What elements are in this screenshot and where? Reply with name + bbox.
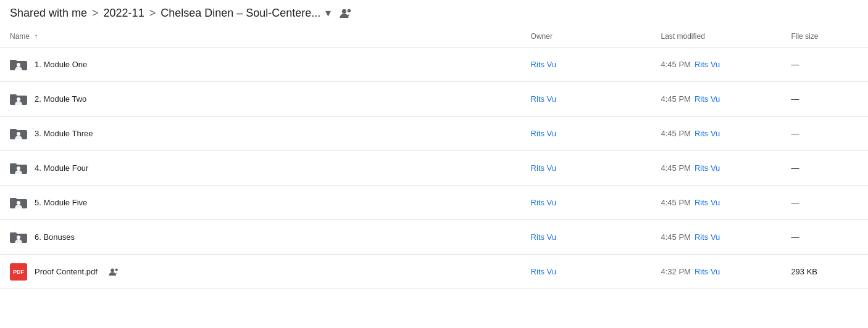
- file-name-label: 4. Module Four: [35, 163, 88, 173]
- file-name-cell: 6. Bonuses: [0, 220, 521, 255]
- modified-owner-link[interactable]: Rits Vu: [695, 129, 720, 138]
- modified-time: 4:45 PM: [661, 94, 691, 104]
- file-size-cell: 293 KB: [781, 255, 868, 289]
- breadcrumb-sep-2: >: [149, 7, 156, 20]
- table-row[interactable]: 4. Module FourRits Vu4:45 PMRits Vu—: [0, 151, 868, 186]
- table-row[interactable]: 2. Module TwoRits Vu4:45 PMRits Vu—: [0, 82, 868, 117]
- shared-folder-icon: [10, 162, 27, 175]
- breadcrumb-folder-2022-11[interactable]: 2022-11: [104, 7, 144, 20]
- shared-folder-icon: [10, 92, 27, 106]
- modified-time: 4:32 PM: [661, 267, 691, 276]
- svg-rect-12: [10, 163, 17, 166]
- file-owner-cell[interactable]: Rits Vu: [521, 82, 651, 117]
- file-name-cell: 1. Module One: [0, 47, 521, 82]
- file-size-cell: —: [781, 220, 868, 255]
- svg-rect-6: [10, 94, 17, 97]
- modified-time: 4:45 PM: [661, 232, 691, 242]
- shared-folder-icon: [10, 127, 27, 141]
- file-table: Name ↑ Owner Last modified File size 1. …: [0, 26, 868, 289]
- breadcrumb-dropdown-button[interactable]: ▾: [325, 6, 331, 20]
- modified-time: 4:45 PM: [661, 163, 691, 173]
- column-header-owner[interactable]: Owner: [521, 26, 651, 47]
- modified-time: 4:45 PM: [661, 60, 691, 69]
- people-icon: [340, 8, 353, 18]
- file-owner-cell[interactable]: Rits Vu: [521, 186, 651, 220]
- file-modified-cell: 4:45 PMRits Vu: [651, 186, 782, 220]
- file-modified-cell: 4:45 PMRits Vu: [651, 47, 782, 82]
- table-row[interactable]: PDFProof Content.pdf Rits Vu4:32 PMRits …: [0, 255, 868, 289]
- shared-folder-icon: [10, 58, 27, 72]
- file-modified-cell: 4:32 PMRits Vu: [651, 255, 782, 289]
- breadcrumb-shared-with-me[interactable]: Shared with me: [10, 7, 87, 20]
- modified-owner-link[interactable]: Rits Vu: [695, 60, 720, 69]
- file-size-cell: —: [781, 151, 868, 186]
- file-name-label: 1. Module One: [35, 60, 87, 69]
- column-header-last-modified[interactable]: Last modified: [651, 26, 782, 47]
- svg-point-4: [17, 63, 20, 67]
- file-modified-cell: 4:45 PMRits Vu: [651, 220, 782, 255]
- shared-folder-icon: [10, 196, 27, 210]
- file-name-cell: 3. Module Three: [0, 117, 521, 151]
- svg-point-10: [17, 132, 20, 136]
- shared-people-icon: [109, 268, 120, 276]
- shared-folder-icon: [10, 231, 27, 244]
- file-owner-cell[interactable]: Rits Vu: [521, 47, 651, 82]
- column-header-file-size[interactable]: File size: [781, 26, 868, 47]
- file-name-label: 5. Module Five: [35, 198, 87, 207]
- modified-time: 4:45 PM: [661, 129, 691, 138]
- file-name-label: Proof Content.pdf: [35, 267, 98, 276]
- file-name-label: 3. Module Three: [35, 129, 93, 138]
- svg-point-0: [342, 9, 346, 14]
- pdf-file-icon: PDF: [10, 263, 27, 281]
- file-owner-cell[interactable]: Rits Vu: [521, 117, 651, 151]
- file-modified-cell: 4:45 PMRits Vu: [651, 151, 782, 186]
- modified-owner-link[interactable]: Rits Vu: [695, 163, 720, 173]
- sort-arrow-icon: ↑: [34, 32, 38, 41]
- file-modified-cell: 4:45 PMRits Vu: [651, 117, 782, 151]
- file-name-label: 6. Bonuses: [35, 232, 75, 242]
- svg-point-20: [111, 268, 114, 272]
- file-modified-cell: 4:45 PMRits Vu: [651, 82, 782, 117]
- svg-point-1: [348, 9, 351, 12]
- file-size-cell: —: [781, 117, 868, 151]
- svg-point-13: [17, 166, 20, 170]
- table-header-row: Name ↑ Owner Last modified File size: [0, 26, 868, 47]
- file-owner-cell[interactable]: Rits Vu: [521, 220, 651, 255]
- file-name-cell: 2. Module Two: [0, 82, 521, 117]
- file-size-cell: —: [781, 82, 868, 117]
- breadcrumb-people-button[interactable]: [340, 8, 353, 18]
- file-size-cell: —: [781, 47, 868, 82]
- table-row[interactable]: 1. Module OneRits Vu4:45 PMRits Vu—: [0, 47, 868, 82]
- file-owner-cell[interactable]: Rits Vu: [521, 151, 651, 186]
- svg-point-21: [115, 268, 117, 271]
- modified-owner-link[interactable]: Rits Vu: [695, 198, 720, 207]
- file-size-cell: —: [781, 186, 868, 220]
- file-name-cell: 4. Module Four: [0, 151, 521, 186]
- table-row[interactable]: 6. BonusesRits Vu4:45 PMRits Vu—: [0, 220, 868, 255]
- svg-rect-3: [10, 60, 17, 62]
- svg-rect-18: [10, 232, 17, 235]
- svg-point-7: [17, 97, 20, 101]
- breadcrumb-sep-1: >: [92, 7, 99, 20]
- file-name-cell: 5. Module Five: [0, 186, 521, 220]
- modified-owner-link[interactable]: Rits Vu: [695, 267, 720, 276]
- modified-time: 4:45 PM: [661, 198, 691, 207]
- table-row[interactable]: 3. Module ThreeRits Vu4:45 PMRits Vu—: [0, 117, 868, 151]
- table-row[interactable]: 5. Module FiveRits Vu4:45 PMRits Vu—: [0, 186, 868, 220]
- file-name-label: 2. Module Two: [35, 94, 86, 104]
- breadcrumb-current-folder: Chelsea Dinen – Soul-Centere...: [161, 7, 320, 20]
- breadcrumb: Shared with me > 2022-11 > Chelsea Dinen…: [0, 0, 868, 26]
- modified-owner-link[interactable]: Rits Vu: [695, 232, 720, 242]
- column-header-name[interactable]: Name ↑: [0, 26, 521, 47]
- svg-rect-15: [10, 198, 17, 200]
- file-name-cell: PDFProof Content.pdf: [0, 255, 521, 289]
- svg-point-19: [17, 236, 20, 239]
- svg-point-16: [17, 201, 20, 205]
- file-owner-cell[interactable]: Rits Vu: [521, 255, 651, 289]
- modified-owner-link[interactable]: Rits Vu: [695, 94, 720, 104]
- svg-rect-9: [10, 129, 17, 131]
